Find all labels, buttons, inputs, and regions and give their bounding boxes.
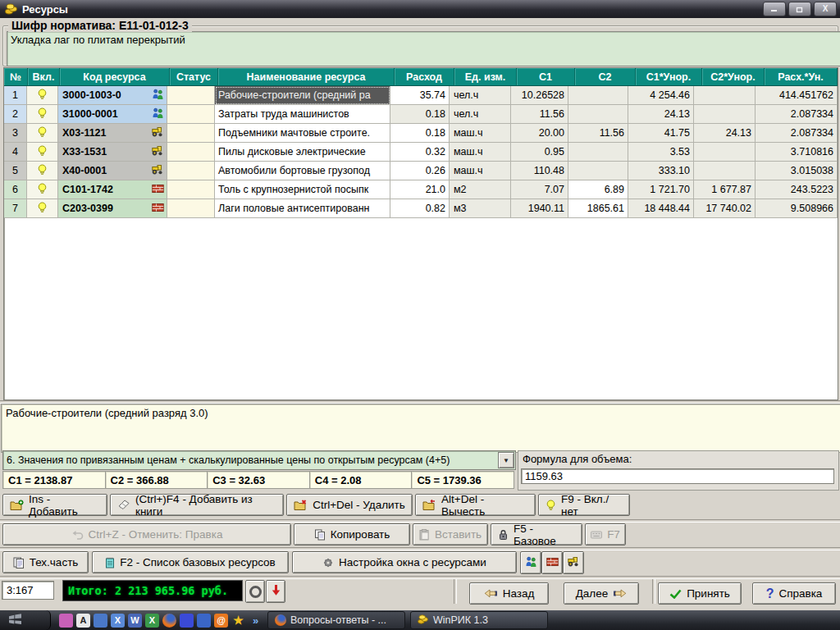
table-row[interactable]: 6С101-1742Толь с крупнозернистой посыпк2… [4,180,838,199]
mail-icon[interactable]: @ [214,614,228,628]
consumption-cell[interactable]: 0.18 [390,124,450,143]
resource-code: З000-1003-0 [62,89,121,101]
paste-button[interactable]: Вставить [413,523,488,546]
table-row[interactable]: 7С203-0399Лаги половые антисептированн0.… [4,199,838,218]
consumption-cell[interactable]: 0.26 [390,162,450,180]
formula-input[interactable]: 1159.63 [521,468,834,484]
resource-code: С101-1742 [62,184,113,195]
chevron-more-icon[interactable]: » [249,614,262,628]
table-row[interactable]: 2З1000-0001Затраты труда машинистов0.18ч… [4,105,838,124]
resource-code-cell[interactable]: З1000-0001 [58,105,167,124]
resource-name-cell[interactable]: Пилы дисковые электрические [215,143,390,162]
resource-name-cell[interactable]: Толь с крупнозернистой посыпк [215,180,390,199]
enabled-cell[interactable] [27,143,58,162]
combo-dropdown-button[interactable]: ▼ [498,452,514,468]
task-button-winrik[interactable]: WinРИК 1.3 [410,611,548,629]
excel-icon[interactable]: X [145,614,159,628]
restore-button[interactable] [788,2,811,16]
toggle-on-off-button[interactable]: F9 - Вкл./нет [538,494,630,516]
c2-cell[interactable]: 1865.61 [568,199,628,218]
consumption-cell[interactable]: 0.32 [390,143,450,162]
resource-name-cell[interactable]: Затраты труда машинистов [215,105,390,124]
resource-name-cell[interactable]: Рабочие-строители (средний ра [215,86,390,105]
consumption-cell[interactable]: 0.82 [390,199,450,218]
filter-labor-button[interactable] [520,551,541,574]
help-button[interactable]: ? Справка [752,582,836,605]
minimize-button[interactable] [763,2,786,16]
enabled-cell[interactable] [27,124,58,143]
tech-part-button[interactable]: Тех.часть [2,551,89,573]
button-label: Alt+Del - Вычесть [441,493,528,518]
filter-materials-button[interactable] [541,551,563,574]
accept-button[interactable]: Принять [658,582,742,605]
consumption-cell[interactable]: 21.0 [390,180,450,199]
consumption-cell[interactable]: 0.18 [390,105,450,124]
add-button[interactable]: Ins - Добавить [2,494,107,516]
grid-header-row: №Вкл.Код ресурсаСтатусНаименование ресур… [4,68,838,86]
window-settings-button[interactable]: Настройка окна с ресурсами [292,551,517,573]
total-c3: С3 = 32.63 [208,471,310,489]
resource-name-cell[interactable]: Лаги половые антисептированн [215,199,390,218]
favorites-icon[interactable]: ★ [231,614,245,628]
undo-button[interactable]: Ctrl+Z - Отменить: Правка [2,523,291,546]
resource-code-cell[interactable]: Х40-0001 [58,162,167,180]
back-button[interactable]: Назад [469,582,549,605]
unit-cell: м3 [450,199,511,218]
task-button-browser[interactable]: Вопросы-ответы - ... [267,611,405,629]
copy-button[interactable]: Копировать [294,523,410,546]
next-button[interactable]: Далее [564,582,639,605]
table-row[interactable]: 4Х33-1531Пилы дисковые электрические0.32… [4,143,838,162]
button-label: Ctrl+Z - Отменить: Правка [89,528,223,541]
f7-button[interactable]: F7 [585,523,626,546]
resource-code-cell[interactable]: Х33-1531 [58,143,167,162]
table-row[interactable]: 3Х03-1121Подъемники мачтовые строите.0.1… [4,124,838,143]
filter-machines-button[interactable] [563,551,584,574]
base-price-button[interactable]: F5 - Базовое [491,523,582,546]
unit-cell: маш.ч [450,143,511,162]
consumption-unorm-cell: 3.710816 [756,143,838,162]
base-resources-list-button[interactable]: F2 - Список базовых ресурсов [92,551,289,573]
media-player-icon[interactable] [180,614,194,628]
delete-button[interactable]: Ctrl+Del - Удалить [286,494,413,516]
table-row[interactable]: 5Х40-0001Автомобили бортовые грузопод0.2… [4,162,838,180]
resource-grid[interactable]: №Вкл.Код ресурсаСтатусНаименование ресур… [3,67,838,400]
row-number: 5 [4,162,27,180]
firefox-icon[interactable] [162,614,176,628]
enabled-cell[interactable] [27,180,58,199]
price-mode-combobox[interactable]: 6. Значения по привязанным ценам + скаль… [2,450,516,470]
resource-name-cell[interactable]: Автомобили бортовые грузопод [215,162,390,180]
c2-cell [568,162,628,180]
resource-name-cell[interactable]: Подъемники мачтовые строите. [215,124,390,143]
subtract-button[interactable]: Alt+Del - Вычесть [415,494,536,516]
messenger-icon[interactable] [59,614,73,628]
enabled-cell[interactable] [27,86,58,105]
enabled-cell[interactable] [27,105,58,124]
add-from-book-button[interactable]: (Ctrl+)F4 - Добавить из книги [110,494,284,516]
button-label: Ins - Добавить [29,493,100,518]
word-icon[interactable]: W [128,614,142,628]
button-label: Настройка окна с ресурсами [339,556,486,568]
enabled-cell[interactable] [27,162,58,180]
start-button[interactable] [0,610,51,630]
speaker-button[interactable] [245,580,265,603]
resource-code-cell[interactable]: З000-1003-0 [58,86,167,105]
display-icon[interactable] [197,614,211,628]
table-row[interactable]: 1З000-1003-0Рабочие-строители (средний р… [4,86,838,105]
c2-cell[interactable]: 6.89 [568,180,628,199]
acrobat-icon[interactable]: A [76,614,90,628]
consumption-cell[interactable]: 35.74 [390,86,450,105]
column-header: Расход [395,68,454,86]
bricks-icon [152,184,164,196]
move-down-button[interactable] [266,580,285,603]
resource-code-cell[interactable]: С203-0399 [58,199,167,218]
x-app-icon[interactable]: X [111,614,125,628]
close-button[interactable]: X [814,2,837,16]
resource-code: З1000-0001 [62,108,118,120]
resource-code-cell[interactable]: Х03-1121 [58,124,167,143]
enabled-cell[interactable] [27,199,58,218]
phone-icon[interactable] [94,614,107,628]
coins-icon [418,614,429,627]
resource-code-cell[interactable]: С101-1742 [58,180,167,199]
total-c4: С4 = 2.08 [310,471,413,489]
column-header: Расх.*Ун. [765,68,838,86]
